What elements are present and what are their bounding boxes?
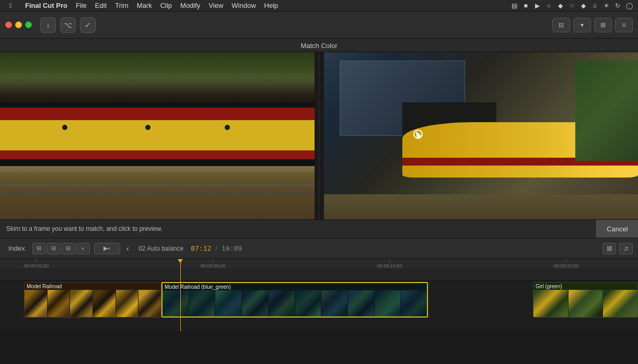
menubar-right: ▤ ■ ▶ ○ ◆ ◾ ◆ ♫ ☀ ↻ ◯ — [509, 0, 638, 11]
select-tool-button[interactable]: ▶ ▾ — [94, 243, 120, 254]
frame-2-10 — [401, 290, 427, 316]
timeline-playhead — [180, 268, 181, 331]
key-button[interactable]: ⌥ — [60, 17, 76, 33]
clip-height-button[interactable]: ⊠ — [602, 243, 616, 254]
frame-1-5 — [116, 290, 138, 317]
clip-2-frames — [163, 290, 427, 316]
cancel-button[interactable]: Cancel — [596, 220, 638, 238]
total-timecode: 18:09 — [222, 244, 242, 252]
file-menu[interactable]: File — [72, 0, 91, 11]
apple-menu[interactable]:  — [0, 0, 21, 11]
search-icon: ◆ — [578, 1, 588, 10]
match-color-header: Match Color — [0, 39, 638, 52]
clip-girl-green[interactable]: Girl (green) — [533, 282, 638, 318]
1password-icon: ■ — [521, 1, 530, 10]
train-yellow — [0, 120, 315, 150]
frame-2-7 — [321, 290, 347, 316]
clip-1-label: Model Railroad — [27, 284, 62, 289]
left-preview-panel[interactable] — [0, 52, 315, 219]
download-button[interactable]: ↓ — [40, 17, 56, 33]
clock-icon: ◯ — [624, 1, 634, 10]
index-button[interactable]: Index — [5, 244, 28, 252]
check-button[interactable]: ✓ — [80, 17, 96, 33]
clip-waveform-button[interactable]: ⊟ — [47, 243, 61, 254]
track-gravel-left — [0, 172, 315, 219]
trim-menu[interactable]: Trim — [111, 0, 133, 11]
height-icon: ⊠ — [607, 244, 612, 252]
frame-1-6 — [138, 290, 161, 317]
timeline-tracks: Model Railroad Model Railroad (blue_gree… — [0, 268, 638, 331]
frame-2-9 — [375, 290, 401, 316]
clip-model-railroad-blue-green[interactable]: Model Railroad (blue_green) — [161, 282, 428, 318]
frame-1-4 — [93, 290, 115, 317]
ruler-tick-0 — [36, 259, 37, 263]
ruler-tick-2 — [389, 259, 390, 263]
clip-3-label: Girl (green) — [536, 284, 562, 289]
frame-2-6 — [295, 290, 321, 316]
frame-2-8 — [348, 290, 374, 316]
right-preview-panel[interactable] — [324, 52, 639, 219]
frame-2-5 — [269, 290, 295, 316]
rail-left-1 — [0, 184, 315, 186]
train-left — [0, 102, 315, 166]
clip-3-frames — [533, 290, 637, 317]
waveform-icon: ⊟ — [51, 245, 56, 252]
clip-appearance-group: ⊟ ⊟ ⊟ ▾ — [32, 243, 90, 254]
viewer-sep-line — [319, 52, 319, 219]
frame-1-3 — [70, 290, 92, 317]
scrobbles-icon: ○ — [544, 1, 553, 10]
status-bar: Skim to a frame you want to match, and c… — [0, 219, 638, 238]
app-name-menu[interactable]: Final Cut Pro — [21, 0, 72, 11]
select-icon: ▶ — [103, 245, 108, 252]
frame-2-4 — [242, 290, 268, 316]
clip-2-label: Model Railroad (blue_green) — [165, 284, 231, 290]
ruler-mark-3: 00:00:15;00 — [554, 259, 579, 268]
fullscreen-button[interactable] — [25, 21, 32, 28]
ruler-tick-3 — [566, 259, 566, 263]
track-ground-right — [324, 194, 639, 219]
minimize-button[interactable] — [15, 21, 22, 28]
clip-menu[interactable]: Clip — [156, 0, 176, 11]
menubar:  Final Cut Pro File Edit Trim Mark Clip… — [0, 0, 638, 11]
frame-1-2 — [48, 290, 70, 317]
clip-model-railroad[interactable]: Model Railroad — [24, 282, 161, 318]
key-icon: ⌥ — [64, 21, 72, 29]
grid-button[interactable]: ⊞ — [594, 18, 612, 32]
ruler-label-0: 00:00:00;00 — [24, 263, 49, 268]
dropdown-icon: ▾ — [581, 21, 584, 29]
window-menu[interactable]: Window — [227, 0, 260, 11]
menu-icon: ≡ — [622, 21, 625, 29]
prev-clip-button[interactable]: ‹ — [124, 244, 131, 253]
viewer-layout-dropdown[interactable]: ▾ — [573, 18, 591, 32]
menubar-left:  Final Cut Pro File Edit Trim Mark Clip… — [0, 0, 282, 11]
edit-menu[interactable]: Edit — [91, 0, 111, 11]
grid-icon: ⊞ — [600, 21, 606, 29]
clip-thumbnail-button[interactable]: ⊟ — [32, 243, 46, 254]
toolbar: ↓ ⌥ ✓ ⊟ ▾ ⊞ ≡ — [0, 11, 638, 39]
ruler-mark-0: 00:00:00;00 — [24, 259, 49, 268]
timemachine-icon: ↻ — [613, 1, 622, 10]
volume-icon: ♫ — [590, 1, 599, 10]
train-top-border — [0, 102, 315, 108]
modify-menu[interactable]: Modify — [176, 0, 204, 11]
clip-1-frames — [25, 290, 161, 317]
tool-dropdown-icon: ▾ — [108, 246, 110, 251]
trees-left — [0, 52, 315, 83]
match-color-title: Match Color — [300, 42, 337, 50]
ruler-mark-1: 00:00:05;00 — [201, 259, 226, 268]
view-menu[interactable]: View — [204, 0, 227, 11]
help-menu[interactable]: Help — [260, 0, 283, 11]
frame-2-3 — [215, 290, 241, 316]
airdrop-icon: ☀ — [601, 1, 611, 10]
ruler-label-1: 00:00:05;00 — [201, 263, 226, 268]
viewer-layout-button[interactable]: ⊟ — [552, 18, 570, 32]
clip-both-button[interactable]: ⊟ — [62, 243, 75, 254]
menu-button[interactable]: ≡ — [615, 18, 633, 32]
train-rivet-3 — [225, 125, 230, 130]
ruler-label-2: 00:00:10;00 — [377, 263, 402, 268]
mark-menu[interactable]: Mark — [133, 0, 156, 11]
ruler-mark-2: 00:00:10;00 — [377, 259, 402, 268]
close-button[interactable] — [5, 21, 12, 28]
clip-dropdown-button[interactable]: ▾ — [76, 243, 90, 254]
audio-button[interactable]: ♬ — [619, 243, 633, 254]
